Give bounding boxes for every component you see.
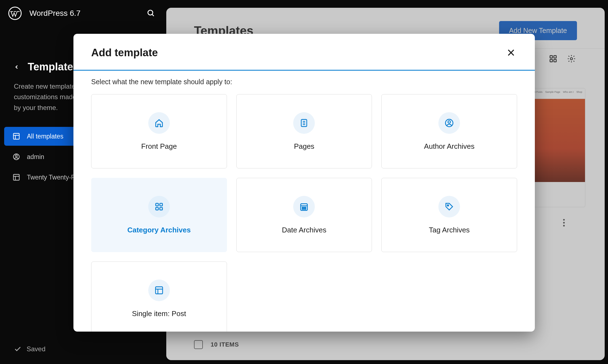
single-layout-icon: [148, 280, 170, 301]
wordpress-logo-icon[interactable]: [8, 7, 22, 20]
check-icon: [14, 345, 22, 353]
template-option-tag-archives[interactable]: Tag Archives: [381, 178, 517, 252]
add-template-modal: Add template Select what the new templat…: [73, 34, 535, 332]
modal-title: Add template: [91, 47, 158, 59]
layout-icon: [12, 173, 21, 182]
template-option-label: Category Archives: [127, 226, 191, 234]
template-option-label: Single item: Post: [132, 309, 186, 318]
svg-rect-7: [14, 175, 19, 180]
template-options-grid: Front Page Pages Author Archives: [91, 94, 517, 332]
sidebar-title: Templates: [28, 61, 79, 73]
site-title: WordPress 6.7: [29, 9, 81, 18]
svg-rect-29: [160, 207, 162, 210]
back-button[interactable]: [11, 61, 22, 73]
svg-point-37: [305, 208, 306, 209]
user-icon: [12, 152, 21, 161]
svg-rect-2: [14, 134, 19, 139]
user-icon: [438, 112, 460, 134]
template-option-label: Pages: [294, 142, 315, 151]
saved-label: Saved: [27, 345, 45, 353]
svg-rect-28: [156, 207, 158, 210]
search-button[interactable]: [145, 8, 157, 19]
svg-rect-26: [156, 203, 158, 206]
sidebar-item-label: All templates: [27, 133, 63, 140]
close-button[interactable]: [505, 47, 517, 59]
svg-point-32: [302, 207, 303, 208]
svg-point-0: [148, 10, 153, 15]
grid-icon: [148, 196, 170, 217]
svg-line-1: [152, 14, 154, 16]
template-option-category-archives[interactable]: Category Archives: [91, 178, 227, 252]
template-option-date-archives[interactable]: Date Archives: [236, 178, 372, 252]
template-option-front-page[interactable]: Front Page: [91, 94, 227, 168]
svg-point-38: [447, 205, 449, 206]
calendar-icon: [293, 196, 315, 217]
svg-rect-27: [160, 203, 162, 206]
home-icon: [148, 112, 170, 134]
template-option-author-archives[interactable]: Author Archives: [381, 94, 517, 168]
saved-status: Saved: [14, 345, 45, 353]
app-header: WordPress 6.7: [0, 0, 165, 26]
template-option-single-post[interactable]: Single item: Post: [91, 262, 227, 332]
svg-point-35: [302, 208, 303, 209]
svg-point-34: [305, 207, 306, 208]
tag-icon: [438, 196, 460, 217]
svg-point-36: [304, 208, 305, 209]
svg-rect-39: [155, 287, 163, 294]
template-option-pages[interactable]: Pages: [236, 94, 372, 168]
modal-prompt: Select what the new template should appl…: [91, 78, 517, 86]
layout-icon: [12, 132, 21, 141]
template-option-label: Tag Archives: [429, 226, 469, 234]
template-option-label: Author Archives: [424, 142, 474, 151]
svg-point-25: [448, 121, 451, 123]
sidebar-item-label: admin: [27, 153, 44, 161]
svg-point-33: [304, 207, 305, 208]
template-option-label: Front Page: [141, 142, 177, 151]
svg-point-6: [16, 155, 17, 157]
template-option-label: Date Archives: [282, 226, 326, 234]
page-icon: [293, 112, 315, 134]
